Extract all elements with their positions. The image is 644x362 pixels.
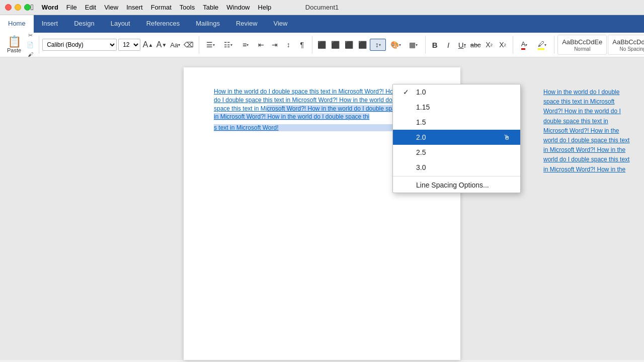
menu-tools[interactable]: Tools [180, 4, 195, 11]
font-family-select[interactable]: Calibri (Body) [42, 39, 117, 51]
line-spacing-options-button[interactable]: Line Spacing Options... [393, 177, 520, 193]
spacing-label-1-0: 1.0 [416, 88, 426, 96]
cut-button[interactable]: ✂ [26, 31, 35, 40]
clear-formatting-button[interactable]: ⌫ [183, 39, 195, 51]
highlight-color-bar [538, 48, 544, 50]
right-text-content: How in the world do I double space this … [543, 87, 634, 174]
menu-format[interactable]: Format [151, 4, 172, 11]
spacing-1-0[interactable]: ✓ 1.0 [393, 84, 520, 100]
border-button[interactable]: ▦▾ [405, 39, 421, 51]
check-2-0 [403, 133, 411, 141]
spacing-2-0[interactable]: 2.0 🖱 [393, 130, 520, 145]
font-color-icon: A [521, 40, 526, 48]
apple-icon:  [31, 3, 34, 12]
font-color-bar [521, 48, 526, 50]
tab-view[interactable]: View [266, 15, 296, 33]
check-1-5 [403, 118, 411, 126]
underline-button[interactable]: U▾ [456, 39, 468, 51]
align-left-button[interactable]: ⬛ [315, 39, 328, 51]
check-1-0: ✓ [403, 88, 411, 96]
nospacing-style-label: No Spacing [620, 46, 644, 52]
normal-style-label: Normal [574, 46, 590, 52]
app-name: Word [42, 4, 58, 11]
text-format-section: ⬛ ⬛ ⬛ ⬛ ↕▾ 🎨▾ ▦▾ [315, 36, 426, 54]
decrease-indent-button[interactable]: ⇤ [255, 39, 267, 51]
paste-icon: 📋 [8, 36, 21, 47]
paste-label: Paste [7, 47, 21, 53]
copy-button[interactable]: 📄 [26, 40, 35, 49]
menu-table[interactable]: Table [203, 4, 218, 11]
spacing-label-1-5: 1.5 [416, 118, 426, 126]
font-color-button[interactable]: A ▾ [516, 39, 532, 51]
cursor-icon: 🖱 [503, 133, 510, 141]
font-size-select[interactable]: 12 [118, 39, 140, 51]
menu-bar: Word File Edit View Insert Format Tools … [42, 4, 271, 11]
minimize-button[interactable] [15, 4, 21, 11]
menu-view[interactable]: View [104, 4, 118, 11]
spacing-2-5[interactable]: 2.5 [393, 145, 520, 160]
superscript-button[interactable]: X2 [497, 39, 509, 51]
bold-button[interactable]: B [429, 39, 441, 51]
strikethrough-button[interactable]: abc [469, 39, 481, 51]
check-3-0 [403, 163, 411, 171]
change-case-button[interactable]: Aa▾ [169, 39, 181, 51]
nospacing-style-preview: AaBbCcDdEe [612, 38, 644, 46]
justify-button[interactable]: ⬛ [356, 39, 368, 51]
menu-edit[interactable]: Edit [85, 4, 96, 11]
style-normal[interactable]: AaBbCcDdEe Normal [557, 35, 607, 55]
font-section: Calibri (Body) 12 A▲ A▼ Aa▾ ⌫ [42, 36, 199, 54]
decrease-font-size-button[interactable]: A▼ [155, 39, 168, 51]
spacing-label-3-0: 3.0 [416, 163, 426, 171]
increase-font-size-button[interactable]: A▲ [142, 39, 154, 51]
numbering-button[interactable]: ☷▾ [220, 39, 236, 51]
document-title: Document1 [305, 4, 339, 11]
traffic-lights [5, 4, 31, 11]
increase-indent-button[interactable]: ⇥ [269, 39, 281, 51]
style-no-spacing[interactable]: AaBbCcDdEe No Spacing [608, 35, 644, 55]
line-spacing-options-label: Line Spacing Options... [416, 181, 489, 189]
line-spacing-button[interactable]: ↕▾ [370, 39, 386, 51]
line-spacing-dropdown: ✓ 1.0 1.15 1.5 2.0 🖱 2.5 3.0 Line Spac [392, 84, 521, 193]
tab-layout[interactable]: Layout [103, 15, 138, 33]
paste-button[interactable]: 📋 Paste [4, 35, 24, 54]
menu-window[interactable]: Window [226, 4, 250, 11]
align-right-button[interactable]: ⬛ [343, 39, 355, 51]
clipboard-buttons: ✂ 📄 🖌 [26, 31, 35, 59]
spacing-1-15[interactable]: 1.15 [393, 100, 520, 115]
clipboard-section: 📋 Paste ✂ 📄 🖌 [4, 36, 39, 54]
styles-area: AaBbCcDdEe Normal AaBbCcDdEe No Spacing … [557, 35, 644, 55]
italic-button[interactable]: I [442, 39, 454, 51]
menu-file[interactable]: File [66, 4, 77, 11]
maximize-button[interactable] [24, 4, 31, 11]
highlight-icon: 🖊 [538, 40, 544, 48]
menu-insert[interactable]: Insert [126, 4, 143, 11]
check-1-15 [403, 103, 411, 111]
spacing-1-5[interactable]: 1.5 [393, 115, 520, 130]
tab-mailings[interactable]: Mailings [188, 15, 228, 33]
dropdown-separator [393, 176, 520, 176]
tab-review[interactable]: Review [228, 15, 266, 33]
sort-button[interactable]: ↕ [282, 39, 294, 51]
subscript-button[interactable]: X2 [483, 39, 495, 51]
tab-design[interactable]: Design [66, 15, 102, 33]
bullets-button[interactable]: ☰▾ [202, 39, 218, 51]
spacing-3-0[interactable]: 3.0 [393, 160, 520, 175]
menu-help[interactable]: Help [258, 4, 272, 11]
paragraph-list-section: ☰▾ ☷▾ ≡▾ ⇤ ⇥ ↕ ¶ [202, 36, 312, 54]
show-formatting-button[interactable]: ¶ [296, 39, 308, 51]
right-panel-text: How in the world do I double space this … [533, 67, 644, 195]
font-color-section: A ▾ 🖊 ▾ [516, 36, 554, 54]
spacing-label-2-5: 2.5 [416, 148, 426, 156]
close-button[interactable] [5, 4, 12, 11]
toolbar: 📋 Paste ✂ 📄 🖌 Calibri (Body) 12 A▲ A▼ Aa… [0, 33, 644, 57]
tab-insert[interactable]: Insert [34, 15, 66, 33]
tab-home[interactable]: Home [0, 15, 34, 33]
normal-style-preview: AaBbCcDdEe [562, 38, 602, 46]
shading-button[interactable]: 🎨▾ [387, 39, 404, 51]
tab-references[interactable]: References [138, 15, 188, 33]
align-center-button[interactable]: ⬛ [329, 39, 341, 51]
spacing-label-2-0: 2.0 [416, 133, 426, 141]
highlight-color-button[interactable]: 🖊 ▾ [534, 39, 550, 51]
multilevel-list-button[interactable]: ≡▾ [237, 39, 254, 51]
main-area: How in the world do I double space this … [0, 57, 644, 360]
